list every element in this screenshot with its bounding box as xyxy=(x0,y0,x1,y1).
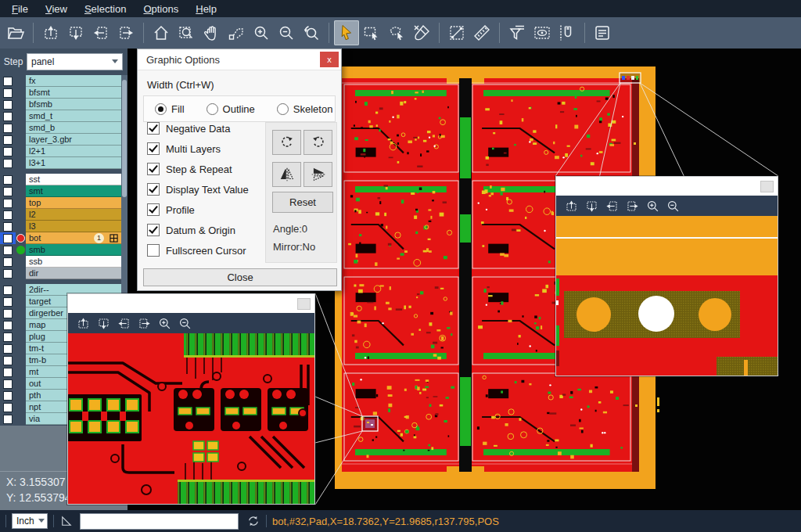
layer-row-fx[interactable]: fx xyxy=(0,75,128,87)
highlight-eye-tool[interactable] xyxy=(530,20,555,45)
option-checkbox-profile[interactable]: Profile xyxy=(147,200,249,220)
layer-row-l3[interactable]: l3 xyxy=(0,221,128,232)
zoom-in-tool[interactable] xyxy=(154,315,174,332)
layer-name-sst[interactable]: sst xyxy=(26,174,121,185)
option-checkbox-fullscreen-cursor[interactable]: Fullscreen Cursor xyxy=(147,240,249,261)
layer-checkbox-smb[interactable] xyxy=(0,244,16,256)
fill-mode-radio-skeleton[interactable]: Skeleton xyxy=(277,103,333,115)
view-up-tool[interactable] xyxy=(38,20,63,45)
layer-name-top[interactable]: top xyxy=(26,197,121,209)
zoom-out-tool[interactable] xyxy=(274,20,299,45)
view-left-tool[interactable] xyxy=(113,315,134,332)
layer-row-sst[interactable]: sst xyxy=(0,174,128,185)
layer-checkbox-bfsmt[interactable] xyxy=(0,87,16,99)
layer-checkbox-ssb[interactable] xyxy=(0,256,16,268)
layer-name-ssb[interactable]: ssb xyxy=(26,256,121,268)
layer-name-bfsmb[interactable]: bfsmb xyxy=(26,99,121,110)
view-down-tool[interactable] xyxy=(581,197,602,214)
fill-mode-radio-fill[interactable]: Fill xyxy=(155,103,185,115)
layer-name-layer_3.gbr[interactable]: layer_3.gbr xyxy=(26,134,121,146)
layer-list-tool[interactable] xyxy=(590,20,615,45)
zoom-window-tool[interactable] xyxy=(174,20,199,45)
layer-checkbox-bot[interactable] xyxy=(0,232,16,244)
layer-row-l2+1[interactable]: l2+1 xyxy=(0,146,128,157)
layer-checkbox-via[interactable] xyxy=(0,413,16,425)
layer-name-smb[interactable]: smb xyxy=(26,244,121,256)
layer-row-ssb[interactable]: ssb xyxy=(0,256,128,268)
layer-checkbox-tm-b[interactable] xyxy=(0,354,16,366)
option-checkbox-datum-origin[interactable]: Datum & Origin xyxy=(147,220,249,240)
view-up-tool[interactable] xyxy=(73,315,93,332)
option-checkbox-step-repeat[interactable]: Step & Repeat xyxy=(147,159,249,179)
rect-select-tool[interactable] xyxy=(359,20,384,45)
layer-checkbox-dirgerber[interactable] xyxy=(0,307,16,319)
layer-checkbox-bfsmb[interactable] xyxy=(0,99,16,110)
option-checkbox-display-text-value[interactable]: Display Text Value xyxy=(147,179,249,200)
menu-options[interactable]: Options xyxy=(135,2,187,16)
menu-help[interactable]: Help xyxy=(187,2,225,16)
layer-row-smd_t[interactable]: smd_t xyxy=(0,110,128,122)
layer-checkbox-tm-t[interactable] xyxy=(0,343,16,354)
zoom-object-tool[interactable] xyxy=(224,20,249,45)
select-cursor-tool[interactable] xyxy=(334,20,359,45)
sync-icon[interactable] xyxy=(246,514,260,528)
flip-horizontal-button[interactable] xyxy=(272,162,301,187)
layer-name-bfsmt[interactable]: bfsmt xyxy=(26,87,121,99)
view-left-tool[interactable] xyxy=(602,197,622,214)
layer-checkbox-map[interactable] xyxy=(0,319,16,331)
snap-corner-icon[interactable] xyxy=(59,514,74,528)
pan-hand-tool[interactable] xyxy=(199,20,224,45)
layer-checkbox-sst[interactable] xyxy=(0,174,16,185)
magnifier1-window[interactable] xyxy=(67,293,315,505)
layer-checkbox-l2[interactable] xyxy=(0,209,16,221)
layer-checkbox-smt[interactable] xyxy=(0,185,16,197)
layer-name-l3[interactable]: l3 xyxy=(26,221,121,232)
layer-row-top[interactable]: top xyxy=(0,197,128,209)
layer-checkbox-out[interactable] xyxy=(0,378,16,390)
zoom-in-tool[interactable] xyxy=(642,197,663,214)
home-view-tool[interactable] xyxy=(149,20,174,45)
view-down-tool[interactable] xyxy=(63,20,88,45)
layer-name-l3+1[interactable]: l3+1 xyxy=(26,157,121,169)
step-select[interactable]: panel xyxy=(27,53,123,70)
view-left-tool[interactable] xyxy=(88,20,113,45)
layer-name-fx[interactable]: fx xyxy=(26,75,121,87)
option-checkbox-negative-data[interactable]: Negative Data xyxy=(147,118,249,138)
layer-checkbox-plug[interactable] xyxy=(0,331,16,343)
zoom-in-tool[interactable] xyxy=(249,20,274,45)
layer-checkbox-smd_t[interactable] xyxy=(0,110,16,122)
layer-name-bot[interactable]: bot1 xyxy=(26,232,121,244)
layer-checkbox-top[interactable] xyxy=(0,197,16,209)
layer-checkbox-layer_3.gbr[interactable] xyxy=(0,134,16,146)
layer-row-bot[interactable]: bot1 xyxy=(0,232,128,244)
snap-magnet-tool[interactable] xyxy=(555,20,580,45)
view-up-tool[interactable] xyxy=(561,197,581,214)
zoom-previous-tool[interactable] xyxy=(299,20,324,45)
layer-row-layer_3.gbr[interactable]: layer_3.gbr xyxy=(0,134,128,146)
poly-select-tool[interactable] xyxy=(384,20,409,45)
menu-selection[interactable]: Selection xyxy=(76,2,135,16)
rotate-ccw-button[interactable] xyxy=(304,130,332,155)
view-right-tool[interactable] xyxy=(622,197,642,214)
layer-name-smd_b[interactable]: smd_b xyxy=(26,122,121,134)
layer-checkbox-l3+1[interactable] xyxy=(0,157,16,169)
layer-row-smt[interactable]: smt xyxy=(0,185,128,197)
layer-checkbox-npt[interactable] xyxy=(0,401,16,413)
measure-point-tool[interactable] xyxy=(444,20,469,45)
layer-checkbox-dir[interactable] xyxy=(0,268,16,279)
layer-row-l2[interactable]: l2 xyxy=(0,209,128,221)
popup-restore-button[interactable] xyxy=(760,181,774,192)
popup-restore-button[interactable] xyxy=(297,298,311,310)
layer-name-dir[interactable]: dir xyxy=(26,268,121,279)
menu-file[interactable]: File xyxy=(3,2,37,16)
measure-ruler-tool[interactable] xyxy=(469,20,494,45)
fill-mode-radio-outline[interactable]: Outline xyxy=(207,103,255,115)
layer-row-smd_b[interactable]: smd_b xyxy=(0,122,128,134)
zoom-out-tool[interactable] xyxy=(663,197,683,214)
option-checkbox-multi-layers[interactable]: Multi Layers xyxy=(147,138,249,159)
layer-row-dir[interactable]: dir xyxy=(0,268,128,279)
magnifier2-titlebar[interactable] xyxy=(556,177,778,196)
layer-row-l3+1[interactable]: l3+1 xyxy=(0,157,128,169)
layer-checkbox-l2+1[interactable] xyxy=(0,146,16,157)
flip-vertical-button[interactable] xyxy=(304,162,332,187)
